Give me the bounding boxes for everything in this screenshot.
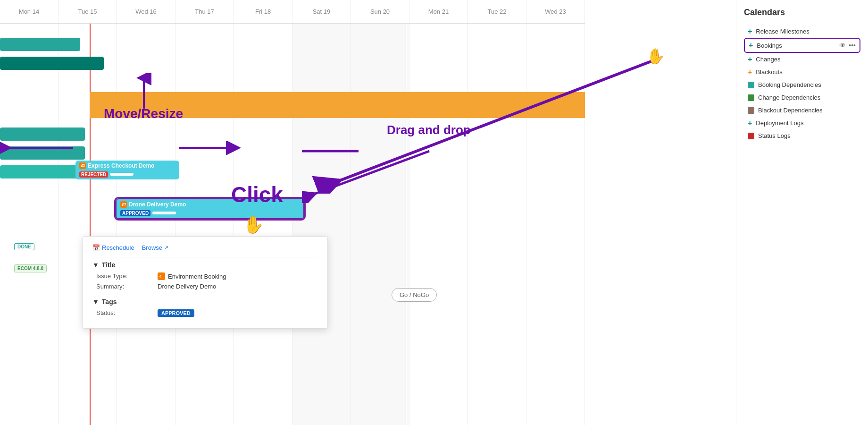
- plus-icon-bookings: +: [749, 42, 753, 49]
- sidebar-item-changes[interactable]: + Changes: [744, 53, 860, 66]
- reschedule-button[interactable]: 📅 Reschedule: [92, 244, 134, 251]
- popup-tags-section: ▼ Tags Status: APPROVED: [92, 298, 318, 317]
- popup-status-row: Status: APPROVED: [92, 309, 318, 317]
- sidebar-item-status-logs[interactable]: Status Logs: [744, 129, 860, 142]
- day-col-tue22: Tue 22: [468, 0, 526, 23]
- drone-delivery-card[interactable]: 🏷 Drone Delivery Demo APPROVED: [116, 198, 304, 219]
- day-col-fri18: Fri 18: [234, 0, 292, 23]
- external-link-icon: ↗: [164, 245, 168, 251]
- event-bar-teal-5[interactable]: [0, 165, 85, 178]
- status-logs-label: Status Logs: [758, 132, 857, 139]
- calendar-header: Mon 14 Tue 15 Wed 16 Thu 17 Fri 18 Sat 1…: [0, 0, 585, 24]
- dot-status-logs: [748, 133, 754, 139]
- popup-summary-row: Summary: Drone Delivery Demo: [92, 283, 318, 290]
- sidebar-title: Calendars: [744, 8, 860, 17]
- popup-issue-type-row: Issue Type: 🏷 Environment Booking: [92, 272, 318, 280]
- sidebar-item-deployment-logs[interactable]: + Deployment Logs: [744, 117, 860, 129]
- mon21-line: [406, 24, 406, 425]
- express-checkout-icon: 🏷: [79, 162, 86, 169]
- plus-icon-release: +: [748, 28, 752, 35]
- day-col-thu17: Thu 17: [175, 0, 234, 23]
- plus-icon-blackouts: +: [748, 69, 752, 76]
- popup-title-section: ▼ Title Issue Type: 🏷 Environment Bookin…: [92, 261, 318, 290]
- day-col-mon14: Mon 14: [0, 0, 58, 23]
- sidebar-item-blackouts[interactable]: + Blackouts: [744, 66, 860, 78]
- day-col-tue15: Tue 15: [58, 0, 117, 23]
- approved-bar: [152, 212, 176, 214]
- grid-col-8: [468, 24, 526, 425]
- calendar-icon: 📅: [92, 244, 100, 251]
- drone-delivery-title: 🏷 Drone Delivery Demo: [120, 201, 300, 208]
- chevron-down-icon-2: ▼: [92, 298, 99, 306]
- bookings-more-button[interactable]: •••: [849, 42, 856, 49]
- bookings-label: Bookings: [757, 42, 835, 49]
- grid-lines: [0, 24, 585, 425]
- bookings-cursor: ✋: [646, 47, 665, 65]
- blackouts-label: Blackouts: [756, 68, 857, 76]
- sidebar: Calendars + Release Milestones + Booking…: [736, 0, 868, 425]
- change-deps-label: Change Dependencies: [758, 94, 857, 101]
- chevron-down-icon: ▼: [92, 261, 99, 269]
- today-line: [90, 24, 91, 425]
- grid-col-3: [175, 24, 234, 425]
- express-checkout-card[interactable]: 🏷 Express Checkout Demo REJECTED: [75, 161, 179, 179]
- calendar-body: 🏷 Express Checkout Demo REJECTED 🏷 Drone…: [0, 24, 585, 425]
- deployment-logs-label: Deployment Logs: [756, 119, 857, 127]
- browse-button[interactable]: Browse ↗: [142, 244, 168, 251]
- popup-issue-type-value: 🏷 Environment Booking: [158, 272, 226, 280]
- grid-col-7: [409, 24, 468, 425]
- drone-delivery-icon: 🏷: [120, 201, 127, 208]
- done-badge: DONE: [14, 243, 34, 250]
- issue-type-icon: 🏷: [158, 272, 165, 280]
- dot-change-deps: [748, 94, 754, 101]
- popup-tags-header[interactable]: ▼ Tags: [92, 298, 318, 306]
- event-bar-teal-3[interactable]: [0, 128, 85, 141]
- rejected-bar: [110, 173, 134, 176]
- grid-col-2: [117, 24, 175, 425]
- detail-popup: 📅 Reschedule Browse ↗ ▼ Title Issue Type…: [83, 236, 328, 329]
- grid-col-9: [526, 24, 585, 425]
- release-milestones-label: Release Milestones: [756, 28, 857, 35]
- grid-col-1: [58, 24, 117, 425]
- event-bar-teal-4[interactable]: [0, 146, 85, 160]
- calendar-area: Mon 14 Tue 15 Wed 16 Thu 17 Fri 18 Sat 1…: [0, 0, 585, 425]
- sidebar-item-booking-deps[interactable]: Booking Dependencies: [744, 78, 860, 91]
- day-col-wed23: Wed 23: [526, 0, 585, 23]
- plus-icon-changes: +: [748, 56, 752, 63]
- day-col-sun20: Sun 20: [351, 0, 409, 23]
- bookings-actions: 👁 •••: [839, 42, 856, 49]
- express-checkout-title: 🏷 Express Checkout Demo: [79, 162, 175, 169]
- day-col-mon21: Mon 21: [409, 0, 468, 23]
- sidebar-item-blackout-deps[interactable]: Blackout Dependencies: [744, 104, 860, 117]
- rejected-status: REJECTED: [79, 171, 108, 178]
- dot-blackout-deps: [748, 107, 754, 114]
- grid-col-5: [292, 24, 351, 425]
- orange-bar[interactable]: [90, 92, 585, 118]
- popup-status-value: APPROVED: [158, 309, 194, 317]
- grid-col-0: [0, 24, 58, 425]
- changes-label: Changes: [756, 56, 857, 63]
- sidebar-item-change-deps[interactable]: Change Dependencies: [744, 91, 860, 104]
- dot-booking-deps: [748, 82, 754, 88]
- ecom-badge: ECOM 4.8.0: [14, 264, 47, 272]
- event-bar-teal-2[interactable]: [0, 57, 104, 70]
- gonogo-button[interactable]: Go / NoGo: [392, 288, 437, 302]
- popup-actions: 📅 Reschedule Browse ↗: [92, 244, 318, 251]
- grid-col-4: [234, 24, 292, 425]
- bookings-eye-button[interactable]: 👁: [839, 42, 846, 49]
- sidebar-item-bookings[interactable]: + Bookings 👁 •••: [744, 38, 860, 53]
- day-col-wed16: Wed 16: [117, 0, 175, 23]
- approved-status: APPROVED: [120, 210, 150, 216]
- plus-icon-deploy: +: [748, 120, 752, 127]
- booking-deps-label: Booking Dependencies: [758, 81, 857, 88]
- grid-col-6: [351, 24, 409, 425]
- event-bar-teal-1[interactable]: [0, 38, 80, 51]
- sidebar-item-release-milestones[interactable]: + Release Milestones: [744, 25, 860, 38]
- blackout-deps-label: Blackout Dependencies: [758, 107, 857, 114]
- day-col-sat19: Sat 19: [292, 0, 351, 23]
- popup-title-header[interactable]: ▼ Title: [92, 261, 318, 269]
